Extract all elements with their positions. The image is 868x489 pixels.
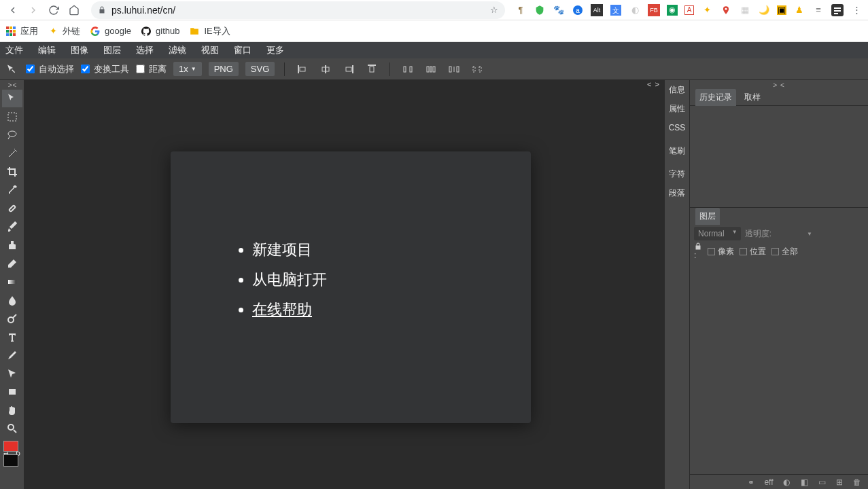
tab-swatches[interactable]: 取样 <box>744 89 761 106</box>
gradient-tool[interactable] <box>2 273 22 291</box>
hand-tool[interactable] <box>2 401 22 419</box>
distribute-3-icon[interactable] <box>446 61 462 77</box>
distribute-h-icon[interactable] <box>400 61 416 77</box>
lock-all-checkbox[interactable]: 全部 <box>771 246 798 257</box>
svg-button[interactable]: SVG <box>245 62 275 76</box>
blend-mode-select[interactable]: Normal <box>694 227 741 240</box>
pen-tool[interactable] <box>2 346 22 364</box>
ext-icon-13[interactable]: ≡ <box>812 4 824 16</box>
menu-edit[interactable]: 编辑 <box>38 44 56 56</box>
lock-pixel-checkbox[interactable]: 像素 <box>708 246 734 257</box>
bookmark-github[interactable]: github <box>141 26 179 37</box>
ext-icon-2[interactable]: 🐾 <box>553 4 565 16</box>
menu-layer[interactable]: 图层 <box>103 44 121 56</box>
address-bar[interactable]: ps.luhui.net/cn/ ☆ <box>91 1 505 19</box>
history-panel-body[interactable] <box>690 106 868 208</box>
layer-mask-icon[interactable]: ◐ <box>781 477 792 488</box>
welcome-open-local[interactable]: 从电脑打开 <box>252 270 476 290</box>
home-button[interactable] <box>67 3 82 18</box>
shape-tool[interactable] <box>2 383 22 401</box>
text-tool[interactable] <box>2 328 22 346</box>
forward-button[interactable] <box>26 3 41 18</box>
blur-tool[interactable] <box>2 291 22 309</box>
tab-layers[interactable]: 图层 <box>695 208 720 225</box>
reload-button[interactable] <box>46 3 61 18</box>
vtab-brush[interactable]: 笔刷 <box>665 141 689 160</box>
distribute-v-icon[interactable] <box>423 61 439 77</box>
menu-file[interactable]: 文件 <box>5 44 23 56</box>
distribute-4-icon[interactable] <box>469 61 485 77</box>
lasso-tool[interactable] <box>2 126 22 144</box>
back-button[interactable] <box>5 3 20 18</box>
bookmark-external[interactable]: ✦ 外链 <box>48 25 80 37</box>
bookmark-ie-import[interactable]: IE导入 <box>189 25 230 37</box>
align-left-icon[interactable] <box>294 61 311 77</box>
healing-tool[interactable] <box>2 200 22 217</box>
ext-icon-11[interactable]: ▣ <box>777 5 786 15</box>
vtab-props[interactable]: 属性 <box>665 99 689 118</box>
ext-icon-6[interactable]: ◉ <box>667 5 678 16</box>
new-folder-icon[interactable]: ▭ <box>816 477 827 488</box>
tab-history[interactable]: 历史记录 <box>695 89 736 106</box>
align-hcenter-icon[interactable] <box>317 61 334 77</box>
ext-icon-9[interactable]: ▦ <box>739 4 751 16</box>
align-right-icon[interactable] <box>341 61 357 77</box>
align-top-icon[interactable] <box>364 61 380 77</box>
adjustment-layer-icon[interactable]: ◧ <box>799 477 810 488</box>
menu-window[interactable]: 窗口 <box>234 44 251 56</box>
ext-icon-5[interactable]: FB <box>648 4 660 16</box>
path-tool[interactable] <box>2 365 22 382</box>
ext-icon-12[interactable]: ♟ <box>793 4 805 16</box>
ext-icon-7[interactable]: A <box>684 5 694 15</box>
ext-icon-4[interactable]: ◐ <box>629 4 641 16</box>
canvas-area[interactable]: < > 新建项目 从电脑打开 在线帮助 <box>24 80 664 489</box>
color-swatches[interactable]: ⇄D <box>2 441 22 468</box>
delete-layer-icon[interactable]: 🗑 <box>852 477 863 488</box>
menu-filter[interactable]: 滤镜 <box>169 44 186 56</box>
ext-icon-8[interactable]: ✦ <box>701 4 713 16</box>
wand-tool[interactable] <box>2 145 22 162</box>
vtab-para[interactable]: 段落 <box>665 183 689 202</box>
ext-icon-1[interactable]: ¶ <box>515 4 527 16</box>
eraser-tool[interactable] <box>2 255 22 272</box>
ext-icon-14[interactable] <box>831 4 844 16</box>
ext-icon-3[interactable]: a <box>572 4 584 16</box>
brush-tool[interactable] <box>2 218 22 236</box>
transform-checkbox[interactable]: 变换工具 <box>81 63 129 75</box>
welcome-new-project[interactable]: 新建项目 <box>252 240 476 260</box>
menu-image[interactable]: 图像 <box>71 44 88 56</box>
ext-icon-pin[interactable] <box>720 4 732 16</box>
background-color[interactable] <box>3 454 18 467</box>
panel-collapse-handle[interactable]: > < <box>690 80 868 90</box>
layer-effects-icon[interactable]: eff <box>763 477 774 488</box>
ext-icon-alt[interactable]: Alt <box>591 4 603 16</box>
ext-icon-translate[interactable]: 文 <box>610 4 622 16</box>
eyedropper-tool[interactable] <box>2 181 22 199</box>
zoom-tool[interactable] <box>2 420 22 437</box>
move-tool[interactable] <box>2 90 22 107</box>
png-button[interactable]: PNG <box>209 62 239 76</box>
link-layers-icon[interactable]: ⚭ <box>746 477 757 488</box>
opacity-dropdown-icon[interactable]: ▼ <box>807 231 812 237</box>
layers-body[interactable] <box>690 259 868 474</box>
clone-tool[interactable] <box>2 236 22 254</box>
menu-more[interactable]: 更多 <box>266 44 284 56</box>
bookmark-google[interactable]: google <box>90 26 131 37</box>
vtab-info[interactable]: 信息 <box>665 80 689 99</box>
crop-tool[interactable] <box>2 163 22 181</box>
ext-icon-shield[interactable] <box>534 4 546 16</box>
bookmark-apps[interactable]: 应用 <box>5 25 38 37</box>
lock-position-checkbox[interactable]: 位置 <box>740 246 766 257</box>
vtab-css[interactable]: CSS <box>665 118 689 137</box>
ext-icon-10[interactable]: 🌙 <box>758 4 770 16</box>
vtab-char[interactable]: 字符 <box>665 164 689 183</box>
menu-view[interactable]: 视图 <box>201 44 219 56</box>
toolbar-collapse[interactable]: > < <box>8 82 16 90</box>
marquee-tool[interactable] <box>2 108 22 126</box>
auto-select-checkbox[interactable]: 自动选择 <box>26 63 74 75</box>
menu-select[interactable]: 选择 <box>136 44 154 56</box>
menu-dots-icon[interactable]: ⋮ <box>850 4 863 16</box>
welcome-help[interactable]: 在线帮助 <box>252 300 476 320</box>
zoom-select[interactable]: 1x▼ <box>173 62 202 76</box>
dodge-tool[interactable] <box>2 310 22 327</box>
